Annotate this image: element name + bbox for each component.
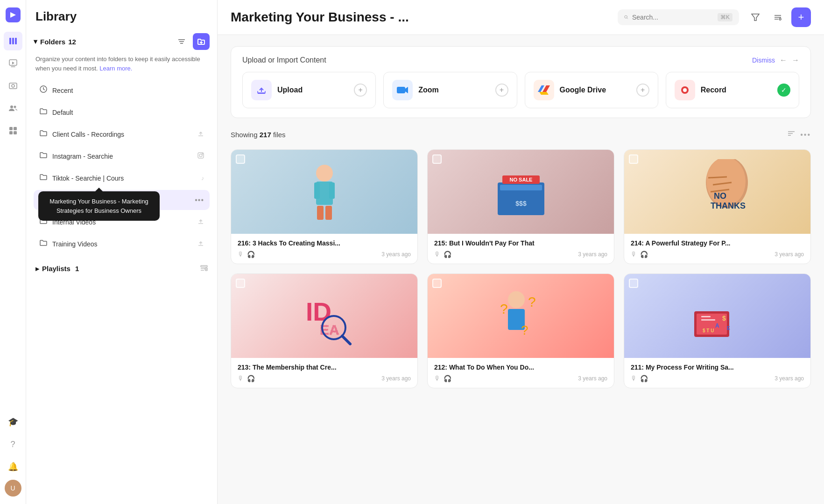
svg-point-5 bbox=[12, 84, 14, 87]
dismiss-button[interactable]: Dismiss bbox=[752, 56, 775, 64]
file-thumb-214: NO THANKS bbox=[624, 150, 810, 234]
nav-grid[interactable] bbox=[4, 121, 22, 140]
upload-banner-title: Upload or Import Content bbox=[242, 56, 326, 64]
svg-text:E: E bbox=[727, 326, 730, 331]
sidebar-item-default-label: Default bbox=[52, 109, 204, 116]
files-number: 217 bbox=[260, 131, 271, 139]
more-view-options[interactable]: ••• bbox=[800, 131, 811, 139]
sidebar-item-tiktok[interactable]: Tiktok - Searchie | Cours ♪ Marketing Yo… bbox=[34, 168, 210, 188]
sidebar-item-internal[interactable]: Internal Videos bbox=[34, 212, 210, 232]
folder-icon-training bbox=[39, 238, 48, 249]
search-bar[interactable]: ⌘K bbox=[618, 9, 739, 25]
file-card-214[interactable]: NO THANKS 214: A Powerful Strategy For P… bbox=[624, 149, 811, 264]
add-content-button[interactable]: + bbox=[791, 7, 811, 27]
user-avatar[interactable]: U bbox=[5, 480, 21, 497]
podcast-icon-211: 🎙 bbox=[631, 375, 637, 382]
file-time-216: 3 years ago bbox=[381, 251, 411, 258]
drive-add-icon[interactable]: + bbox=[636, 84, 649, 97]
svg-line-52 bbox=[708, 177, 727, 178]
nav-team[interactable] bbox=[4, 99, 22, 118]
svg-point-31 bbox=[779, 18, 781, 20]
file-checkbox-216[interactable] bbox=[236, 154, 245, 164]
nav-library[interactable] bbox=[4, 32, 22, 50]
nav-notifications[interactable]: 🔔 bbox=[4, 457, 22, 476]
add-folder-button[interactable] bbox=[193, 33, 210, 50]
svg-rect-21 bbox=[201, 266, 207, 267]
recent-icon bbox=[39, 85, 48, 96]
sidebar-item-recent[interactable]: Recent bbox=[34, 80, 210, 100]
file-title-216: 216: 3 Hacks To Creating Massi... bbox=[238, 239, 411, 247]
file-card-211[interactable]: $ T U A $ E 211: My Process For Writing … bbox=[624, 273, 811, 388]
file-time-215: 3 years ago bbox=[578, 251, 607, 258]
upload-option-drive[interactable]: Google Drive + bbox=[525, 72, 658, 108]
svg-text:?: ? bbox=[528, 294, 536, 309]
nav-screen[interactable] bbox=[4, 77, 22, 95]
banner-next[interactable]: → bbox=[792, 56, 799, 64]
playlists-header[interactable]: ▸ Playlists 1 bbox=[34, 259, 210, 278]
view-options-button[interactable] bbox=[769, 8, 787, 26]
upload-option-left-drive: Google Drive bbox=[534, 80, 606, 100]
file-title-212: 212: What To Do When You Do... bbox=[434, 364, 607, 371]
svg-line-26 bbox=[627, 18, 628, 19]
svg-text:THANKS: THANKS bbox=[711, 201, 746, 210]
file-card-215[interactable]: $$$ NO SALE 215: But I Wouldn't Pay For … bbox=[427, 149, 614, 264]
banner-prev[interactable]: ← bbox=[780, 56, 787, 64]
sort-icon[interactable] bbox=[787, 129, 796, 140]
upload-option-upload[interactable]: Upload + bbox=[242, 72, 376, 108]
sidebar-item-client-calls[interactable]: Client Calls - Recordings bbox=[34, 124, 210, 144]
playlists-add-icon[interactable] bbox=[200, 264, 208, 273]
folders-actions bbox=[174, 33, 210, 50]
upload-add-icon[interactable]: + bbox=[354, 84, 367, 97]
upload-option-left-record: Record bbox=[675, 80, 726, 100]
sidebar-item-default[interactable]: Default bbox=[34, 102, 210, 122]
file-card-216[interactable]: 216: 3 Hacks To Creating Massi... 🎙 🎧 3 … bbox=[231, 149, 418, 264]
sidebar-item-instagram[interactable]: Instagram - Searchie bbox=[34, 146, 210, 166]
sidebar-item-recent-label: Recent bbox=[52, 87, 204, 94]
sidebar-title: Library bbox=[34, 9, 210, 24]
nav-player[interactable] bbox=[4, 54, 22, 73]
file-time-211: 3 years ago bbox=[775, 375, 804, 382]
svg-rect-1 bbox=[12, 38, 14, 44]
headphone-icon-211: 🎧 bbox=[640, 375, 648, 382]
icon-rail: 🎓 ? 🔔 U bbox=[0, 0, 26, 504]
folders-toggle[interactable]: ▾ Folders 12 bbox=[34, 37, 76, 46]
file-icons-212: 🎙 🎧 bbox=[434, 375, 451, 382]
svg-point-25 bbox=[625, 15, 627, 18]
learn-more-link[interactable]: Learn more. bbox=[99, 65, 132, 72]
svg-rect-9 bbox=[14, 127, 17, 130]
filter-icon[interactable] bbox=[174, 34, 189, 49]
upload-icon-internal bbox=[197, 218, 204, 226]
sidebar-item-marketing[interactable]: Marketing Your Business ... ••• bbox=[34, 190, 210, 210]
more-options-marketing[interactable]: ••• bbox=[195, 196, 204, 204]
file-meta-213: 🎙 🎧 3 years ago bbox=[238, 375, 411, 382]
nav-help[interactable]: ? bbox=[4, 435, 22, 454]
file-card-212[interactable]: ? ? ? 212: What To Do When You Do... 🎙 🎧 bbox=[427, 273, 614, 388]
svg-text:$$$: $$$ bbox=[515, 200, 527, 207]
file-card-213[interactable]: ID EA 213: The Membership that Cre... 🎙 bbox=[231, 273, 418, 388]
file-title-213: 213: The Membership that Cre... bbox=[238, 364, 411, 371]
upload-option-record[interactable]: Record ✓ bbox=[666, 72, 799, 108]
svg-text:$: $ bbox=[722, 315, 726, 322]
record-check-icon: ✓ bbox=[777, 84, 790, 97]
nav-courses[interactable]: 🎓 bbox=[4, 413, 22, 431]
headphone-icon-214: 🎧 bbox=[640, 251, 648, 258]
sidebar-item-internal-label: Internal Videos bbox=[52, 218, 193, 226]
file-checkbox-211[interactable] bbox=[629, 279, 638, 288]
chevron-right-icon: ▸ bbox=[35, 265, 39, 273]
zoom-add-icon[interactable]: + bbox=[495, 84, 508, 97]
sidebar-item-training-label: Training Videos bbox=[52, 240, 193, 248]
sidebar-item-tiktok-label: Tiktok - Searchie | Cours bbox=[52, 175, 197, 182]
upload-option-zoom[interactable]: Zoom + bbox=[383, 72, 517, 108]
file-checkbox-214[interactable] bbox=[629, 154, 638, 164]
record-icon-bg bbox=[675, 80, 695, 100]
search-input[interactable] bbox=[632, 14, 714, 21]
svg-text:?: ? bbox=[500, 301, 508, 316]
file-checkbox-212[interactable] bbox=[432, 279, 442, 288]
file-info-211: 211: My Process For Writing Sa... 🎙 🎧 3 … bbox=[624, 358, 810, 388]
filter-button[interactable] bbox=[747, 8, 764, 26]
sidebar-item-training[interactable]: Training Videos bbox=[34, 234, 210, 254]
podcast-icon-216: 🎙 bbox=[238, 251, 244, 258]
file-checkbox-213[interactable] bbox=[236, 279, 245, 288]
file-checkbox-215[interactable] bbox=[432, 154, 442, 164]
upload-label: Upload bbox=[277, 86, 303, 94]
